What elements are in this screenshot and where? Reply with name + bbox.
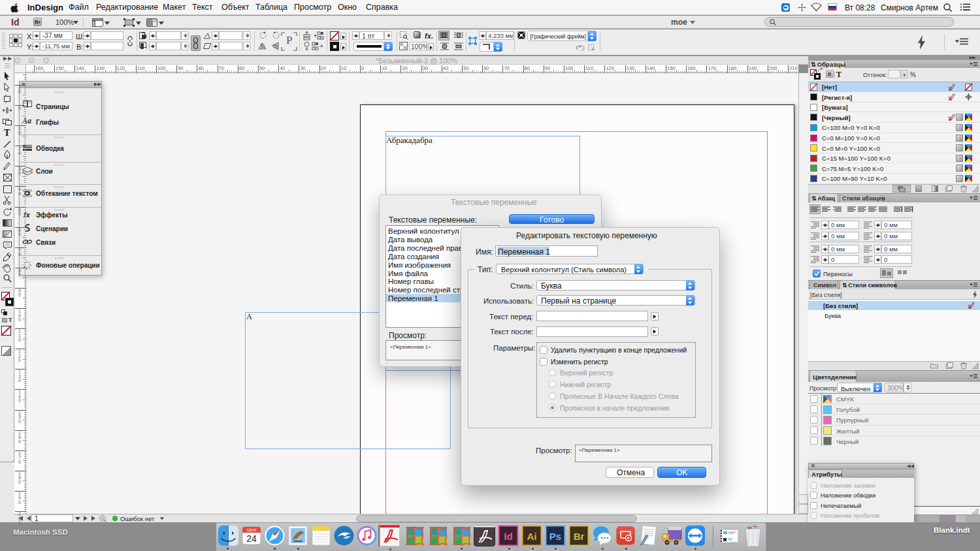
svg-text:Id: Id [504,531,512,542]
svg-text:Ai: Ai [527,531,537,542]
svg-text:Ps: Ps [549,531,561,542]
svg-text:СЕНТ: СЕНТ [247,528,257,532]
svg-text:24: 24 [246,533,257,544]
svg-text:Br: Br [574,531,585,542]
